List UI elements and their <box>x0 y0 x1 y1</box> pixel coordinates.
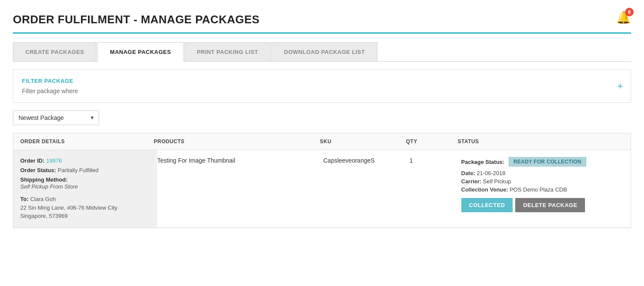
to-name: Clara Goh <box>30 196 56 202</box>
notification-badge: 8 <box>625 8 634 16</box>
to-address-line1: 22 Sin Ming Lane, #06-76 Midview City <box>20 204 117 211</box>
sort-dropdown-wrapper: Newest Package Oldest Package ▼ <box>13 110 631 125</box>
page-title: ORDER FULFILMENT - MANAGE PACKAGES <box>13 13 631 26</box>
date-row: Date: 21-06-2018 <box>461 170 621 176</box>
carrier-row: Carrier: Self Pickup <box>461 178 621 185</box>
filter-plus-icon[interactable]: + <box>617 81 623 92</box>
delete-package-button[interactable]: DELETE PACKAGE <box>515 198 585 212</box>
shipping-method-row: Shipping Method: Self Pickup From Store <box>20 176 150 190</box>
collection-venue-label: Collection Venue: <box>461 186 508 193</box>
header-products: PRODUCTS <box>154 138 320 145</box>
to-label: To: <box>20 196 28 202</box>
tabs-bar: CREATE PACKAGES MANAGE PACKAGES PRINT PA… <box>13 42 631 62</box>
status-buttons: COLLECTED DELETE PACKAGE <box>461 198 621 212</box>
package-status-label: Package Status: <box>461 159 504 165</box>
status-cell: Package Status: READY FOR COLLECTION Dat… <box>458 157 624 212</box>
to-row: To: Clara Goh 22 Sin Ming Lane, #06-76 M… <box>20 195 150 220</box>
qty-cell: 1 <box>406 157 458 164</box>
status-badge-ready-for-collection: READY FOR COLLECTION <box>509 157 586 167</box>
sort-dropdown[interactable]: Newest Package Oldest Package <box>13 110 99 125</box>
table-header: ORDER DETAILS PRODUCTS SKU QTY STATUS <box>13 133 631 150</box>
collected-button[interactable]: COLLECTED <box>461 198 513 212</box>
tab-manage-packages[interactable]: MANAGE PACKAGES <box>97 42 184 62</box>
packages-table: ORDER DETAILS PRODUCTS SKU QTY STATUS Or… <box>13 133 631 228</box>
date-value: 21-06-2018 <box>477 170 506 176</box>
header-section: ORDER FULFILMENT - MANAGE PACKAGES <box>13 13 631 34</box>
header-status: STATUS <box>458 138 624 145</box>
product-name: Testing For Image Thumbnail <box>157 157 235 164</box>
header-order-details: ORDER DETAILS <box>20 138 154 145</box>
carrier-label: Carrier: <box>461 178 482 185</box>
order-id-row: Order ID: 19976 <box>20 157 150 164</box>
date-label: Date: <box>461 170 476 176</box>
order-status-label: Order Status: <box>20 167 56 173</box>
order-id-label: Order ID: <box>20 157 44 164</box>
filter-section: FILTER PACKAGE Filter package where + <box>13 69 631 103</box>
filter-label: Filter package where <box>22 88 622 94</box>
collection-venue-row: Collection Venue: POS Demo Plaza CDB <box>461 186 621 193</box>
table-row: Order ID: 19976 Order Status: Partially … <box>13 150 631 228</box>
sort-dropdown-container: Newest Package Oldest Package ▼ <box>13 110 99 125</box>
tab-create-packages[interactable]: CREATE PACKAGES <box>13 42 96 61</box>
filter-title: FILTER PACKAGE <box>22 78 622 84</box>
carrier-value: Self Pickup <box>483 178 511 185</box>
tab-print-packing-list[interactable]: PRINT PACKING LIST <box>184 42 271 61</box>
order-details-cell: Order ID: 19976 Order Status: Partially … <box>13 150 157 227</box>
to-address-line2: Singapore, 573969 <box>20 213 68 219</box>
order-status-row: Order Status: Partially Fulfilled <box>20 167 150 173</box>
order-status-value: Partially Fulfilled <box>58 167 99 173</box>
shipping-method-label: Shipping Method: <box>20 176 68 183</box>
package-status-row: Package Status: READY FOR COLLECTION <box>461 157 621 167</box>
sku-value: CapsleeveorangeS <box>324 157 375 164</box>
sku-cell: CapsleeveorangeS <box>320 157 406 164</box>
page-wrapper: 🔔 8 ORDER FULFILMENT - MANAGE PACKAGES C… <box>0 0 644 286</box>
product-cell: Testing For Image Thumbnail <box>154 157 320 164</box>
header-sku: SKU <box>320 138 406 145</box>
order-id-link[interactable]: 19976 <box>46 157 62 164</box>
tab-download-package-list[interactable]: DOWNLOAD PACKAGE LIST <box>271 42 377 61</box>
qty-value: 1 <box>410 157 413 164</box>
shipping-method-value: Self Pickup From Store <box>20 183 78 190</box>
notification-bell[interactable]: 🔔 8 <box>616 10 631 25</box>
collection-venue-value: POS Demo Plaza CDB <box>510 186 567 193</box>
header-qty: QTY <box>406 138 458 145</box>
